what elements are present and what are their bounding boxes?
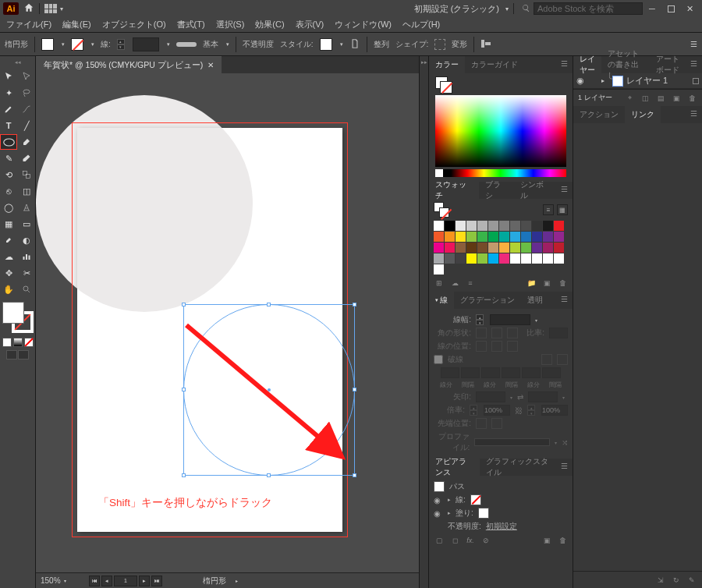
shaper-tool[interactable]: ✎ <box>0 151 17 166</box>
color-stroke-swatch[interactable] <box>440 81 452 94</box>
dup-icon[interactable]: ▣ <box>541 535 552 546</box>
tip1[interactable] <box>476 418 487 429</box>
menu-effect[interactable]: 効果(C) <box>252 17 287 32</box>
eye-icon[interactable]: ◉ <box>434 509 443 518</box>
swatch-color[interactable] <box>477 232 488 242</box>
tab-stroke[interactable]: ▾線 <box>429 292 454 309</box>
close-tab-icon[interactable]: ✕ <box>207 61 214 69</box>
swatch-color[interactable] <box>543 232 553 242</box>
stroke-width-field[interactable] <box>490 314 530 325</box>
swatch-color[interactable] <box>554 232 564 242</box>
fill-stroke-indicator[interactable] <box>2 302 34 333</box>
align1[interactable] <box>476 341 487 352</box>
swatch-color[interactable] <box>456 253 466 264</box>
menu-view[interactable]: 表示(V) <box>292 17 328 32</box>
arrow-end[interactable] <box>528 391 558 402</box>
handle-br[interactable] <box>353 473 356 477</box>
arrange-docs-button[interactable]: ▾ <box>44 4 63 13</box>
new-swatch-icon[interactable]: ▣ <box>541 278 552 289</box>
swatch-color[interactable] <box>445 243 455 253</box>
scale2-step[interactable]: ▴▾ <box>527 405 535 416</box>
swatch-color[interactable] <box>532 253 542 264</box>
hand-tool[interactable]: ✋ <box>0 282 17 297</box>
swatch-color[interactable] <box>543 221 553 231</box>
swatch-color[interactable] <box>499 232 509 242</box>
line-tool[interactable]: ╱ <box>18 118 35 133</box>
scale-tool[interactable] <box>18 167 35 182</box>
new-sublayer-icon[interactable]: ▤ <box>655 93 666 104</box>
fill-swatch[interactable] <box>41 38 54 51</box>
swatch-color[interactable] <box>532 243 542 253</box>
handle-tr[interactable] <box>353 303 356 306</box>
link-edit-icon[interactable]: ✎ <box>686 575 697 586</box>
minimize-button[interactable]: ─ <box>643 1 661 16</box>
panel-menu-icon[interactable]: ☰ <box>556 292 573 309</box>
handle-bm[interactable] <box>267 473 271 477</box>
tip2[interactable] <box>491 418 502 429</box>
swatch-color[interactable] <box>466 221 477 231</box>
dash-opt1[interactable] <box>541 354 552 365</box>
handle-tl[interactable] <box>182 303 186 306</box>
swatch-grid-icon[interactable]: ▦ <box>557 204 568 215</box>
cap3[interactable] <box>507 328 518 338</box>
swatch-color[interactable] <box>434 253 444 264</box>
ratio-field[interactable] <box>549 328 568 338</box>
gap3[interactable] <box>542 367 561 378</box>
canvas-viewport[interactable]: 「Shift」キーを押しながらドラック <box>36 73 419 572</box>
pen-tool[interactable] <box>0 101 17 117</box>
scale1-step[interactable]: ▴▾ <box>470 405 477 416</box>
stroke-width-input[interactable] <box>133 37 159 51</box>
color-mode-icon[interactable] <box>2 338 12 347</box>
eyedropper-tool[interactable] <box>0 232 17 248</box>
swatch-color[interactable] <box>488 243 498 253</box>
swatch-color[interactable] <box>477 253 488 264</box>
width-tool[interactable]: ⎋ <box>0 183 17 199</box>
tab-symbols[interactable]: シンボル <box>514 182 556 199</box>
swatch-color[interactable] <box>543 243 553 253</box>
swatch-color[interactable] <box>434 264 444 275</box>
eraser-tool[interactable] <box>18 151 35 166</box>
layer-name[interactable]: レイヤー 1 <box>626 75 668 87</box>
swatch-color[interactable] <box>554 221 564 231</box>
dash-checkbox[interactable] <box>434 355 443 364</box>
menu-object[interactable]: オブジェクト(O) <box>99 17 169 32</box>
ctrl-menu-icon[interactable]: ☰ <box>690 40 697 48</box>
flip-icon[interactable]: ⤭ <box>562 438 568 447</box>
scale1[interactable] <box>484 405 510 416</box>
appear-fill-swatch[interactable] <box>478 508 489 519</box>
tab-appearance[interactable]: アピアランス <box>429 459 480 476</box>
direct-selection-tool[interactable] <box>18 69 35 84</box>
clear-icon[interactable]: ⊘ <box>480 535 491 546</box>
scale2[interactable] <box>541 405 568 416</box>
gradient-mode-icon[interactable] <box>13 338 23 347</box>
menu-type[interactable]: 書式(T) <box>174 17 208 32</box>
swatch-color[interactable] <box>532 221 542 231</box>
swatch-color[interactable] <box>445 221 455 231</box>
swatch-stroke[interactable] <box>439 207 449 218</box>
hue-bar[interactable] <box>435 169 566 177</box>
panel-menu-icon[interactable]: ☰ <box>686 106 702 123</box>
swatch-color[interactable] <box>434 232 444 242</box>
align-icons[interactable] <box>480 38 491 51</box>
lasso-tool[interactable] <box>18 85 35 101</box>
tab-transparency[interactable]: 透明 <box>521 292 549 309</box>
paintbrush-tool[interactable] <box>18 134 35 150</box>
swatch-color[interactable] <box>466 253 477 264</box>
swatch-color[interactable] <box>554 243 564 253</box>
tab-links[interactable]: リンク <box>625 106 661 123</box>
align2[interactable] <box>491 341 502 352</box>
mesh-tool[interactable]: ▦ <box>0 216 17 232</box>
maximize-button[interactable] <box>661 1 680 16</box>
new-group-icon[interactable]: 📁 <box>526 278 537 289</box>
swatch-color[interactable] <box>499 221 509 231</box>
close-button[interactable]: ✕ <box>680 1 699 16</box>
screen-normal[interactable] <box>6 350 17 360</box>
link-icon[interactable]: ⛓ <box>515 406 523 415</box>
home-icon[interactable] <box>23 2 34 15</box>
dash1[interactable] <box>441 367 459 378</box>
dash2[interactable] <box>481 367 500 378</box>
zoom-level[interactable]: 150%▾ <box>41 576 80 585</box>
stroke-profile-icon[interactable] <box>176 42 197 47</box>
profile-dropdown[interactable] <box>474 438 550 446</box>
swatch-color[interactable] <box>543 253 553 264</box>
